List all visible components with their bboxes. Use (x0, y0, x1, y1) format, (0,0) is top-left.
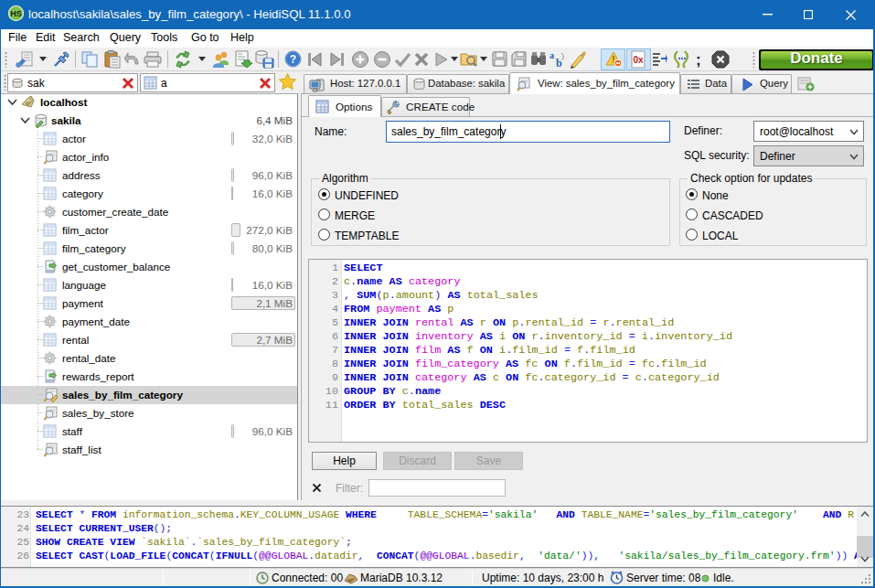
svg-text:a: a (550, 50, 554, 60)
svg-text:b: b (556, 57, 562, 69)
svg-text:;: ; (696, 51, 701, 68)
svg-text:HS: HS (10, 9, 22, 18)
svg-text:?: ? (290, 53, 296, 66)
svg-text:0x: 0x (633, 55, 644, 65)
